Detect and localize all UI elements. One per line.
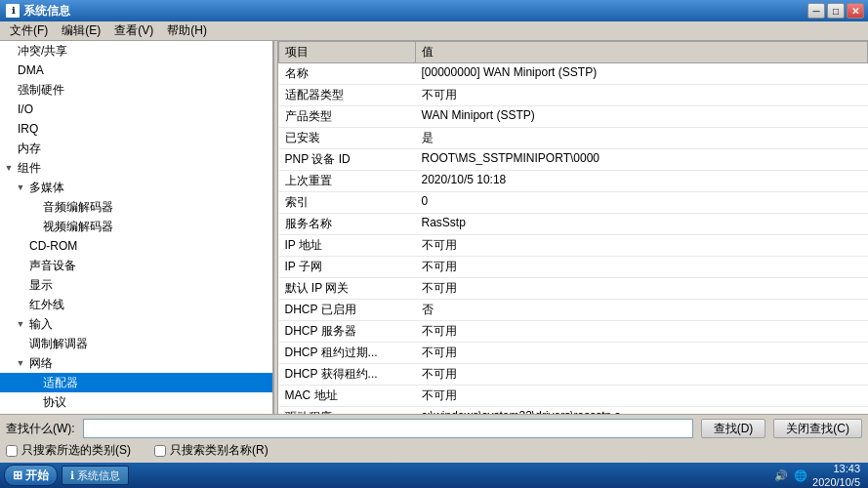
tree-label-memory: 内存	[16, 141, 270, 157]
tray-time: 13:43	[833, 462, 860, 475]
tree-item-irq[interactable]: IRQ	[0, 119, 272, 139]
search-area: 查找什么(W): 查找(D) 关闭查找(C) 只搜索所选的类别(S) 只搜索类别…	[0, 414, 868, 463]
tree-item-dma[interactable]: DMA	[0, 61, 272, 80]
menu-help[interactable]: 帮助(H)	[161, 20, 213, 41]
tree-item-adapter[interactable]: 适配器	[0, 373, 272, 392]
table-cell-key: DHCP 租约过期...	[279, 343, 416, 364]
tree-item-io[interactable]: I/O	[0, 100, 272, 119]
checkbox-category-name[interactable]: 只搜索类别名称(R)	[154, 442, 269, 459]
table-cell-key: PNP 设备 ID	[279, 149, 416, 171]
tree-label-multimedia: 多媒体	[27, 180, 270, 196]
minimize-button[interactable]: ─	[807, 3, 825, 19]
expander-network: ▼	[14, 356, 27, 370]
expander-sound	[14, 259, 27, 272]
table-cell-key: 索引	[279, 192, 416, 214]
search-label: 查找什么(W):	[6, 421, 75, 437]
tree-item-winsock[interactable]: WinSock	[0, 412, 272, 414]
close-button[interactable]: ✕	[847, 3, 864, 19]
tree-item-cdrom[interactable]: CD-ROM	[0, 236, 272, 256]
table-cell-value: 是	[416, 128, 868, 149]
expander-conflicts	[2, 44, 16, 58]
tree-label-sound: 声音设备	[27, 258, 270, 274]
close-find-button[interactable]: 关闭查找(C)	[773, 419, 862, 438]
table-row: 服务名称RasSstp	[279, 214, 868, 235]
table-cell-value: 不可用	[416, 85, 868, 106]
taskbar-tray: 🔊 🌐 13:43 2020/10/5	[769, 462, 864, 488]
table-cell-value: 不可用	[416, 364, 868, 386]
tree-item-forced-hw[interactable]: 强制硬件	[0, 80, 272, 100]
window-title: 系统信息	[23, 3, 70, 20]
tree-item-display[interactable]: 显示	[0, 275, 272, 295]
expander-protocol	[27, 395, 41, 409]
table-row: DHCP 服务器不可用	[279, 321, 868, 343]
tree-label-cdrom: CD-ROM	[27, 239, 270, 253]
tree-label-video-codec: 视频编解码器	[41, 219, 270, 235]
table-cell-value: 不可用	[416, 343, 868, 364]
menu-bar: 文件(F) 编辑(E) 查看(V) 帮助(H)	[0, 21, 868, 41]
expander-adapter	[27, 376, 41, 389]
menu-file[interactable]: 文件(F)	[4, 20, 54, 41]
tree-label-audio-codec: 音频编解码器	[41, 199, 270, 216]
taskbar: ⊞ 开始 ℹ 系统信息 🔊 🌐 13:43 2020/10/5	[0, 463, 868, 488]
tree-item-video-codec[interactable]: 视频编解码器	[0, 217, 272, 236]
tree-item-protocol[interactable]: 协议	[0, 392, 272, 412]
table-row: DHCP 获得租约...不可用	[279, 364, 868, 386]
tree-item-multimedia[interactable]: ▼ 多媒体	[0, 178, 272, 197]
table-cell-value: 2020/10/5 10:18	[416, 171, 868, 192]
table-row: 已安装是	[279, 128, 868, 149]
table-row: 适配器类型不可用	[279, 85, 868, 106]
left-panel: 冲突/共享 DMA 强制硬件 I/O IRQ	[0, 41, 273, 414]
tree-item-audio-codec[interactable]: 音频编解码器	[0, 197, 272, 217]
tray-icon-volume[interactable]: 🔊	[773, 468, 789, 483]
expander-video-codec	[27, 220, 41, 233]
tree-label-network: 网络	[27, 355, 270, 372]
tree-item-network[interactable]: ▼ 网络	[0, 353, 272, 373]
tree-label-irq: IRQ	[16, 122, 270, 136]
tree-item-conflicts[interactable]: 冲突/共享	[0, 41, 272, 61]
table-cell-value: c:\windows\system32\drivers\rassstp.s...	[416, 407, 868, 415]
checkbox-selected-category[interactable]: 只搜索所选的类别(S)	[6, 442, 131, 459]
expander-io	[2, 102, 16, 116]
checkbox-category-name-input[interactable]	[154, 445, 166, 457]
tree-label-modem: 调制解调器	[27, 336, 270, 352]
menu-edit[interactable]: 编辑(E)	[56, 20, 106, 41]
tree-item-infrared[interactable]: 红外线	[0, 295, 272, 314]
tree-label-infrared: 红外线	[27, 297, 270, 313]
checkbox-selected-category-input[interactable]	[6, 445, 18, 457]
table-cell-value: 否	[416, 300, 868, 321]
table-cell-key: 默认 IP 网关	[279, 278, 416, 300]
search-checkboxes: 只搜索所选的类别(S) 只搜索类别名称(R)	[6, 442, 862, 459]
table-cell-value: 不可用	[416, 386, 868, 407]
expander-modem	[14, 337, 27, 350]
table-cell-value: 0	[416, 192, 868, 214]
table-row: 名称[00000000] WAN Miniport (SSTP)	[279, 63, 868, 85]
menu-view[interactable]: 查看(V)	[108, 20, 159, 41]
title-bar-text: ℹ 系统信息	[4, 3, 70, 20]
find-button[interactable]: 查找(D)	[701, 419, 766, 438]
data-table: 项目 值 名称[00000000] WAN Miniport (SSTP)适配器…	[278, 41, 868, 414]
expander-infrared	[14, 298, 27, 311]
expander-forced-hw	[2, 83, 16, 97]
tree-item-modem[interactable]: 调制解调器	[0, 334, 272, 353]
tree-item-input[interactable]: ▼ 输入	[0, 314, 272, 334]
tree-label-protocol: 协议	[41, 394, 270, 411]
tree-item-sound[interactable]: 声音设备	[0, 256, 272, 275]
expander-input: ▼	[14, 317, 27, 331]
maximize-button[interactable]: □	[827, 3, 845, 19]
table-cell-key: 已安装	[279, 128, 416, 149]
tree-item-components[interactable]: ▼ 组件	[0, 158, 272, 178]
search-input[interactable]	[83, 419, 693, 438]
table-cell-key: 服务名称	[279, 214, 416, 235]
start-label: 开始	[25, 468, 49, 484]
expander-display	[14, 278, 27, 292]
window-icon: ℹ	[6, 4, 20, 18]
tray-date: 2020/10/5	[812, 475, 860, 488]
taskbar-item-sysinfo[interactable]: ℹ 系统信息	[62, 466, 129, 485]
start-button[interactable]: ⊞ 开始	[4, 465, 58, 486]
table-cell-key: DHCP 已启用	[279, 300, 416, 321]
table-cell-value: 不可用	[416, 321, 868, 343]
expander-cdrom	[14, 239, 27, 253]
table-cell-key: IP 子网	[279, 257, 416, 278]
tree-item-memory[interactable]: 内存	[0, 139, 272, 158]
tray-icon-network[interactable]: 🌐	[793, 468, 808, 483]
